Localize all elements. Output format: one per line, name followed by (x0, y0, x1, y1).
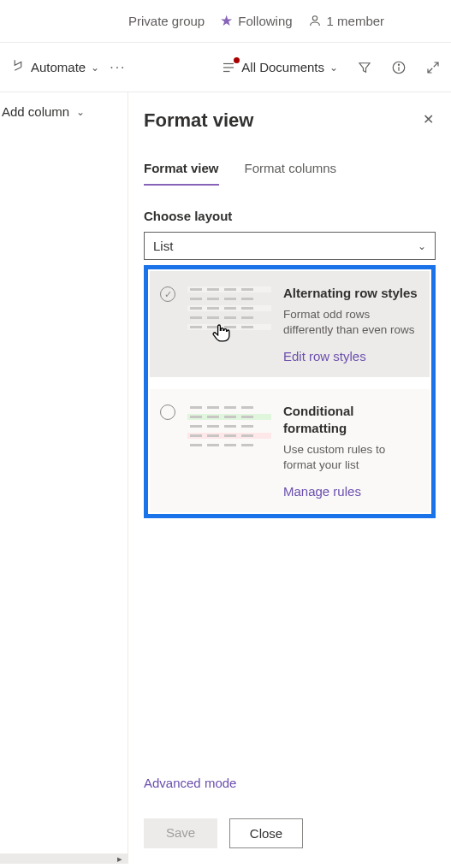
add-column-button[interactable]: Add column ⌄ (0, 92, 128, 132)
command-bar: Automate ⌄ ··· All Documents ⌄ (0, 43, 451, 92)
person-icon (308, 14, 322, 28)
layout-dropdown[interactable]: List ⌄ (144, 232, 436, 260)
save-button: Save (144, 818, 217, 848)
group-type-label: Private group (128, 14, 205, 28)
panel-tabs: Format view Format columns (144, 156, 436, 186)
conditional-desc: Use custom rules to format your list (283, 442, 419, 473)
panel-title: Format view (144, 109, 436, 132)
site-info-bar: Private group ★ Following 1 member (0, 0, 451, 43)
svg-point-0 (312, 16, 317, 21)
alternating-thumbnail (187, 285, 271, 363)
info-button[interactable] (391, 60, 406, 75)
scroll-arrow-right-icon: ▸ (117, 853, 122, 865)
alternating-title: Alternating row styles (283, 285, 419, 302)
tab-format-view[interactable]: Format view (144, 156, 219, 186)
manage-rules-link[interactable]: Manage rules (283, 484, 419, 499)
member-count-label: 1 member (327, 14, 385, 28)
chevron-down-icon: ⌄ (91, 62, 99, 74)
layout-selected-value: List (153, 239, 173, 253)
panel-footer: Save Close (144, 818, 303, 848)
close-button[interactable]: Close (229, 818, 303, 848)
list-area: Add column ⌄ ▸ (0, 92, 128, 864)
views-label: All Documents (241, 60, 324, 74)
horizontal-scrollbar[interactable]: ▸ (0, 853, 128, 864)
chevron-down-icon: ⌄ (76, 106, 85, 118)
radio-unselected-icon (160, 404, 175, 420)
chevron-down-icon: ⌄ (329, 62, 338, 74)
follow-toggle[interactable]: ★ Following (220, 12, 292, 30)
flow-icon (10, 58, 26, 76)
following-label: Following (238, 14, 292, 28)
layout-options-highlight: Alternating row styles Format odd rows d… (144, 265, 436, 518)
list-icon (221, 60, 236, 75)
automate-button[interactable]: Automate ⌄ (10, 58, 99, 76)
more-button[interactable]: ··· (106, 60, 129, 75)
member-count[interactable]: 1 member (308, 14, 385, 28)
notification-dot-icon (234, 57, 240, 63)
conditional-formatting-option[interactable]: Conditional formatting Use custom rules … (150, 389, 430, 512)
alternating-desc: Format odd rows differently than even ro… (283, 307, 419, 338)
alternating-row-option[interactable]: Alternating row styles Format odd rows d… (150, 271, 430, 377)
advanced-mode-link[interactable]: Advanced mode (144, 776, 236, 790)
edit-row-styles-link[interactable]: Edit row styles (283, 349, 419, 363)
close-panel-button[interactable]: ✕ (423, 111, 434, 127)
conditional-title: Conditional formatting (283, 403, 419, 438)
radio-selected-icon (160, 286, 175, 302)
views-button[interactable]: All Documents ⌄ (221, 60, 338, 75)
chevron-down-icon: ⌄ (418, 240, 426, 252)
tab-format-columns[interactable]: Format columns (245, 156, 337, 186)
expand-button[interactable] (425, 60, 441, 75)
svg-point-6 (398, 64, 399, 65)
conditional-thumbnail (187, 403, 271, 499)
format-view-panel: Format view ✕ Format view Format columns… (128, 92, 451, 864)
filter-button[interactable] (357, 60, 372, 75)
automate-label: Automate (31, 60, 86, 74)
star-icon: ★ (220, 12, 233, 30)
choose-layout-label: Choose layout (144, 209, 436, 223)
add-column-label: Add column (2, 104, 69, 119)
